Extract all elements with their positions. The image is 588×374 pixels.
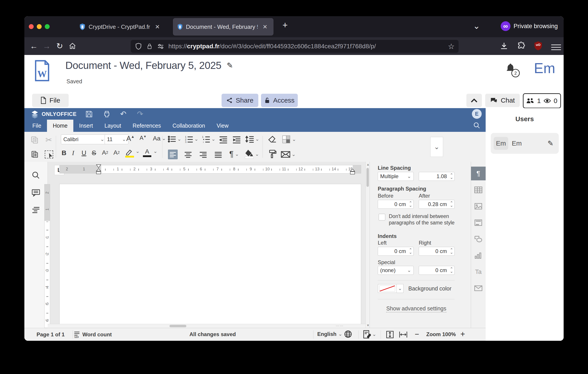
mail-merge-button[interactable]: ⌄ bbox=[281, 151, 295, 158]
font-color-button[interactable]: A bbox=[143, 148, 151, 157]
downloads-icon[interactable] bbox=[500, 42, 508, 51]
chat-button[interactable]: Chat bbox=[485, 94, 520, 107]
clear-style-eraser-icon[interactable] bbox=[268, 135, 277, 143]
presence-counter[interactable]: 1 0 bbox=[523, 93, 561, 108]
tab-close-icon[interactable]: ✕ bbox=[261, 23, 269, 31]
numbered-list-button[interactable]: 123 ⌄ bbox=[185, 135, 198, 143]
change-case-icon[interactable]: Aa⌄ bbox=[153, 135, 166, 142]
access-button[interactable]: Access bbox=[261, 94, 298, 107]
tab-references[interactable]: References bbox=[127, 120, 167, 132]
language-selector[interactable]: English ⌄ bbox=[317, 330, 352, 338]
tab-cryptdrive[interactable]: CryptDrive - CryptPad.fr ✕ bbox=[75, 18, 166, 35]
nonprinting-chars-button[interactable]: ¶ ⌄ bbox=[229, 150, 239, 159]
reload-button[interactable]: ↻ bbox=[53, 42, 66, 51]
vertical-scroll-thumb[interactable] bbox=[367, 168, 369, 187]
align-left-button[interactable] bbox=[168, 150, 178, 159]
bookmark-star-icon[interactable]: ☆ bbox=[448, 42, 455, 51]
copy-icon[interactable] bbox=[31, 136, 39, 144]
tab-list-chevron-icon[interactable]: ⌄ bbox=[473, 21, 480, 31]
url-text[interactable]: https://cryptpad.fr/doc/#/3/doc/edit/ff0… bbox=[168, 43, 448, 50]
tab-layout[interactable]: Layout bbox=[99, 120, 127, 132]
new-tab-button[interactable]: + bbox=[283, 20, 288, 30]
document-title[interactable]: Document - Wed, February 5, 2025 bbox=[65, 59, 221, 71]
font-size-select[interactable]: 11⌄ bbox=[105, 135, 128, 144]
tab-collaboration[interactable]: Collaboration bbox=[167, 120, 211, 132]
align-center-button[interactable] bbox=[184, 151, 192, 158]
page-indicator[interactable]: Page 1 of 1 bbox=[37, 332, 65, 338]
scroll-down-arrow-icon[interactable]: ▼ bbox=[367, 323, 369, 327]
highlight-color-button[interactable] bbox=[125, 149, 134, 157]
line-spacing-button[interactable]: ⌄ bbox=[245, 135, 259, 143]
vertical-scrollbar[interactable]: ▲ ▼ bbox=[366, 162, 370, 328]
background-color-picker[interactable]: ⌄ Background color bbox=[378, 284, 452, 293]
file-menu-button[interactable]: File bbox=[32, 94, 69, 107]
justify-button[interactable] bbox=[214, 151, 222, 158]
forward-button[interactable]: → bbox=[40, 42, 53, 51]
extensions-puzzle-icon[interactable] bbox=[517, 41, 525, 51]
user-list-item[interactable]: Em Em ✎ bbox=[491, 133, 559, 154]
line-spacing-value-spinner[interactable]: 1.08 ⌃⌄ bbox=[419, 172, 455, 181]
save-icon[interactable] bbox=[85, 110, 93, 118]
traffic-close-button[interactable] bbox=[29, 24, 34, 29]
special-amount-spinner[interactable]: 0 cm ⌃⌄ bbox=[419, 266, 455, 275]
track-changes-button[interactable]: ⌄ bbox=[363, 330, 376, 339]
share-button[interactable]: Share bbox=[221, 94, 258, 107]
advanced-settings-link[interactable]: Show advanced settings bbox=[370, 305, 463, 312]
indent-right-spinner[interactable]: 0 cm ⌃⌄ bbox=[419, 247, 455, 256]
home-button[interactable] bbox=[66, 42, 79, 50]
superscript-button[interactable]: A2 bbox=[102, 149, 108, 156]
document-page[interactable] bbox=[59, 184, 361, 325]
ublock-origin-icon[interactable]: uO bbox=[534, 41, 543, 51]
tab-insert[interactable]: Insert bbox=[73, 120, 99, 132]
search-icon[interactable] bbox=[473, 122, 480, 129]
line-spacing-select[interactable]: Multiple⌄ bbox=[378, 172, 414, 181]
increase-font-icon[interactable]: A▲ bbox=[126, 135, 135, 143]
traffic-minimize-button[interactable] bbox=[37, 24, 42, 29]
special-select[interactable]: (none)⌄ bbox=[378, 266, 414, 275]
app-menu-hamburger-icon[interactable] bbox=[551, 43, 561, 52]
print-icon[interactable] bbox=[103, 110, 111, 118]
indent-marker[interactable] bbox=[96, 164, 102, 175]
word-count-button[interactable]: 123 Word count bbox=[74, 331, 112, 338]
fit-page-button[interactable] bbox=[386, 331, 394, 339]
paragraph-settings-icon[interactable]: ¶ bbox=[471, 167, 486, 180]
decrease-font-icon[interactable]: A▼ bbox=[140, 135, 147, 141]
cut-icon[interactable]: ✂ bbox=[45, 135, 52, 145]
zoom-in-button[interactable]: + bbox=[460, 330, 465, 339]
styles-gallery-expand-button[interactable]: ⌄ bbox=[430, 137, 443, 157]
account-initials[interactable]: Em bbox=[534, 60, 555, 76]
navigation-headings-icon[interactable] bbox=[32, 207, 40, 213]
find-icon[interactable] bbox=[32, 171, 40, 179]
fit-width-button[interactable] bbox=[399, 331, 408, 339]
italic-button[interactable]: I bbox=[72, 149, 74, 157]
edit-title-pencil-icon[interactable]: ✎ bbox=[227, 61, 233, 70]
header-footer-settings-icon[interactable] bbox=[471, 216, 486, 229]
bullet-list-button[interactable]: ⌄ bbox=[168, 135, 181, 143]
chart-settings-icon[interactable] bbox=[471, 249, 486, 262]
comments-icon[interactable] bbox=[32, 189, 40, 197]
increase-indent-button[interactable] bbox=[232, 136, 241, 143]
bold-button[interactable]: B bbox=[62, 149, 66, 157]
font-name-select[interactable]: Calibri⌄ bbox=[61, 135, 107, 144]
zoom-level[interactable]: Zoom 100% bbox=[426, 331, 456, 337]
tab-file[interactable]: File bbox=[27, 120, 47, 132]
tab-view[interactable]: View bbox=[211, 120, 234, 132]
edit-user-pencil-icon[interactable]: ✎ bbox=[547, 139, 553, 147]
traffic-zoom-button[interactable] bbox=[45, 24, 50, 29]
mail-merge-settings-icon[interactable] bbox=[471, 281, 486, 295]
tab-home[interactable]: Home bbox=[47, 120, 73, 132]
subscript-button[interactable]: A2 bbox=[114, 149, 120, 156]
align-right-button[interactable] bbox=[200, 151, 207, 158]
lock-icon[interactable] bbox=[147, 43, 152, 50]
tab-document-active[interactable]: Document - Wed, February 5, 2 ✕ bbox=[173, 18, 273, 35]
text-art-settings-icon[interactable]: Ta bbox=[471, 265, 486, 279]
background-color-chevron[interactable]: ⌄ bbox=[397, 284, 403, 293]
redo-icon[interactable]: ↷ bbox=[137, 109, 143, 118]
horizontal-scroll-thumb[interactable] bbox=[169, 325, 186, 327]
decrease-indent-button[interactable] bbox=[219, 136, 228, 143]
multilevel-list-button[interactable]: 1i ⌄ bbox=[202, 135, 215, 143]
right-indent-marker[interactable] bbox=[350, 169, 355, 175]
horizontal-scrollbar[interactable]: ⋯⋯ bbox=[48, 324, 366, 328]
spacing-after-spinner[interactable]: 0.28 cm ⌃⌄ bbox=[419, 200, 455, 209]
paragraph-shading-button[interactable]: ⌄ bbox=[245, 150, 259, 159]
